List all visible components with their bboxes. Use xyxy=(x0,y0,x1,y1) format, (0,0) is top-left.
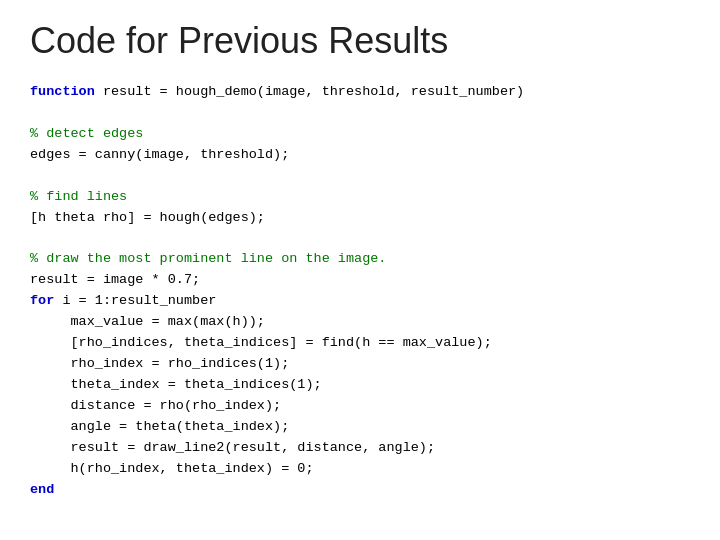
code-result-image: result = image * 0.7; xyxy=(30,270,690,291)
code-rest-1: result = hough_demo(image, threshold, re… xyxy=(95,84,524,99)
page-title: Code for Previous Results xyxy=(30,20,690,62)
code-hough: [h theta rho] = hough(edges); xyxy=(30,208,690,229)
code-blank-2 xyxy=(30,166,690,187)
code-draw-line2: result = draw_line2(result, distance, an… xyxy=(30,438,690,459)
comment-find-lines: % find lines xyxy=(30,187,690,208)
code-end-line: end xyxy=(30,480,690,501)
keyword-end: end xyxy=(30,482,54,497)
code-blank-1 xyxy=(30,103,690,124)
code-h-zero: h(rho_index, theta_index) = 0; xyxy=(30,459,690,480)
code-max-value: max_value = max(max(h)); xyxy=(30,312,690,333)
code-find-indices: [rho_indices, theta_indices] = find(h ==… xyxy=(30,333,690,354)
comment-detect-edges: % detect edges xyxy=(30,124,690,145)
code-theta-index: theta_index = theta_indices(1); xyxy=(30,375,690,396)
code-edges-canny: edges = canny(image, threshold); xyxy=(30,145,690,166)
code-angle: angle = theta(theta_index); xyxy=(30,417,690,438)
code-distance: distance = rho(rho_index); xyxy=(30,396,690,417)
keyword-for: for xyxy=(30,293,54,308)
page-container: Code for Previous Results function resul… xyxy=(0,0,720,540)
code-for-rest: i = 1:result_number xyxy=(54,293,216,308)
comment-draw-line: % draw the most prominent line on the im… xyxy=(30,249,690,270)
keyword-function: function xyxy=(30,84,95,99)
code-rho-index: rho_index = rho_indices(1); xyxy=(30,354,690,375)
code-block: function result = hough_demo(image, thre… xyxy=(30,82,690,500)
code-for-line: for i = 1:result_number xyxy=(30,291,690,312)
code-blank-3 xyxy=(30,228,690,249)
code-line-1: function result = hough_demo(image, thre… xyxy=(30,82,690,103)
